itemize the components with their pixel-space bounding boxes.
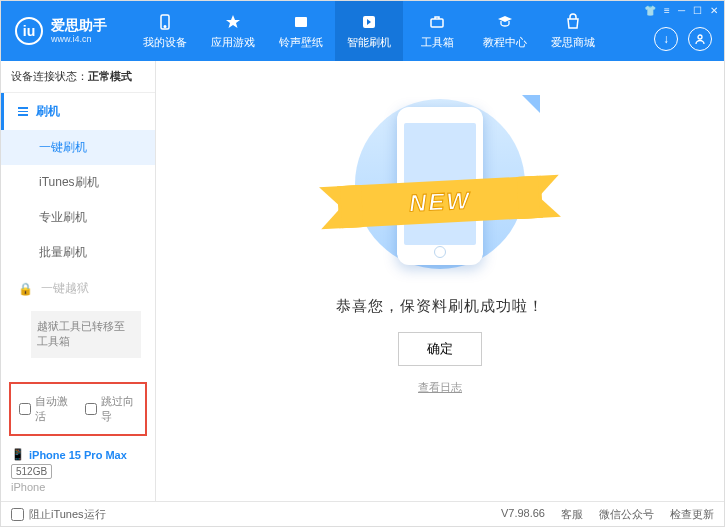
logo: iu 爱思助手 www.i4.cn <box>1 17 131 45</box>
footer: 阻止iTunes运行 V7.98.66 客服 微信公众号 检查更新 <box>1 501 724 527</box>
footer-update[interactable]: 检查更新 <box>670 507 714 522</box>
maximize-icon[interactable]: ☐ <box>693 5 702 16</box>
logo-subtitle: www.i4.cn <box>51 34 107 44</box>
nav-ringtone[interactable]: 铃声壁纸 <box>267 1 335 61</box>
phone-icon: 📱 <box>11 448 25 461</box>
main-content: NEW 恭喜您，保资料刷机成功啦！ 确定 查看日志 <box>156 61 724 501</box>
nav-flash[interactable]: 智能刷机 <box>335 1 403 61</box>
ringtone-icon <box>291 13 311 31</box>
device-info: 📱iPhone 15 Pro Max 512GB iPhone <box>1 442 155 501</box>
success-illustration: NEW <box>330 89 550 279</box>
device-icon <box>155 13 175 31</box>
tutorial-icon <box>495 13 515 31</box>
sidebar-item-pro[interactable]: 专业刷机 <box>1 200 155 235</box>
nav-tutorial[interactable]: 教程中心 <box>471 1 539 61</box>
nav-my-device[interactable]: 我的设备 <box>131 1 199 61</box>
logo-title: 爱思助手 <box>51 18 107 33</box>
footer-support[interactable]: 客服 <box>561 507 583 522</box>
skip-guide-checkbox[interactable]: 跳过向导 <box>85 394 137 424</box>
view-log-link[interactable]: 查看日志 <box>418 380 462 395</box>
user-button[interactable] <box>688 27 712 51</box>
storage-badge: 512GB <box>11 464 52 479</box>
connection-status: 设备连接状态：正常模式 <box>1 61 155 93</box>
nav-store[interactable]: 爱思商城 <box>539 1 607 61</box>
flash-icon <box>359 13 379 31</box>
device-type: iPhone <box>11 481 145 493</box>
svg-point-5 <box>698 35 702 39</box>
options-box: 自动激活 跳过向导 <box>9 382 147 436</box>
skin-icon[interactable]: 👕 <box>644 5 656 16</box>
sidebar-item-oneclick[interactable]: 一键刷机 <box>1 130 155 165</box>
sidebar-group-more[interactable]: 更多 <box>1 364 155 376</box>
block-itunes-checkbox[interactable]: 阻止iTunes运行 <box>11 507 106 522</box>
logo-icon: iu <box>15 17 43 45</box>
sidebar-group-flash[interactable]: 刷机 <box>1 93 155 130</box>
app-header: iu 爱思助手 www.i4.cn 我的设备 应用游戏 铃声壁纸 智能刷机 工具… <box>1 1 724 61</box>
toolbox-icon <box>427 13 447 31</box>
sidebar-group-jailbreak: 🔒一键越狱 <box>1 270 155 307</box>
svg-rect-2 <box>295 17 307 27</box>
ok-button[interactable]: 确定 <box>398 332 482 366</box>
lock-icon: 🔒 <box>18 282 33 296</box>
svg-rect-4 <box>431 19 443 27</box>
store-icon <box>563 13 583 31</box>
sidebar-item-itunes[interactable]: iTunes刷机 <box>1 165 155 200</box>
sidebar-item-batch[interactable]: 批量刷机 <box>1 235 155 270</box>
download-button[interactable]: ↓ <box>654 27 678 51</box>
footer-wechat[interactable]: 微信公众号 <box>599 507 654 522</box>
svg-point-1 <box>164 25 166 27</box>
success-message: 恭喜您，保资料刷机成功啦！ <box>336 297 544 316</box>
menu-icon[interactable]: ≡ <box>664 5 670 16</box>
minimize-icon[interactable]: ─ <box>678 5 685 16</box>
device-name[interactable]: 📱iPhone 15 Pro Max <box>11 448 145 461</box>
version-label: V7.98.66 <box>501 507 545 522</box>
apps-icon <box>223 13 243 31</box>
nav-apps[interactable]: 应用游戏 <box>199 1 267 61</box>
hamburger-icon <box>18 107 28 116</box>
auto-activate-checkbox[interactable]: 自动激活 <box>19 394 71 424</box>
window-controls: 👕 ≡ ─ ☐ ✕ <box>644 5 718 16</box>
sidebar: 设备连接状态：正常模式 刷机 一键刷机 iTunes刷机 专业刷机 批量刷机 🔒… <box>1 61 156 501</box>
nav-toolbox[interactable]: 工具箱 <box>403 1 471 61</box>
top-nav: 我的设备 应用游戏 铃声壁纸 智能刷机 工具箱 教程中心 爱思商城 <box>131 1 607 61</box>
close-icon[interactable]: ✕ <box>710 5 718 16</box>
jailbreak-note: 越狱工具已转移至工具箱 <box>31 311 141 358</box>
